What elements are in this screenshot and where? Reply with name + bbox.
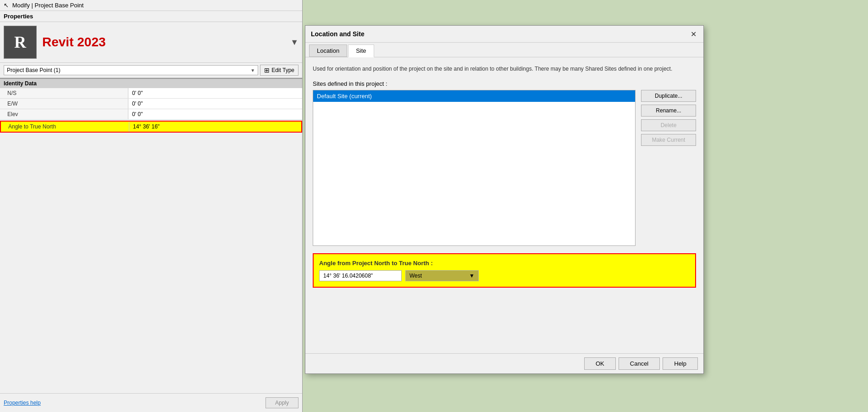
properties-panel: ↖ Modify | Project Base Point Properties… — [0, 0, 303, 412]
angle-value-input[interactable] — [319, 270, 402, 281]
direction-select-caret: ▼ — [469, 273, 475, 279]
prop-label-ew: E/W — [0, 99, 128, 109]
section-header-identity: Identity Data — [0, 79, 302, 88]
angle-section: Angle from Project North to True North :… — [313, 253, 696, 288]
revit-title: Revit 2023 — [42, 35, 106, 50]
title-bar: ↖ Modify | Project Base Point — [0, 0, 302, 11]
direction-select[interactable]: West ▼ — [405, 270, 479, 281]
dialog-content: Used for orientation and position of the… — [305, 57, 703, 295]
revit-logo: R — [4, 26, 37, 59]
prop-label-ns: N/S — [0, 88, 128, 98]
prop-value-elev[interactable]: 0' 0" — [128, 109, 302, 119]
dialog-titlebar: Location and Site ✕ — [305, 26, 703, 43]
ok-button[interactable]: OK — [584, 357, 616, 370]
dialog-tabs: Location Site — [305, 43, 703, 57]
logo-dropdown-arrow[interactable]: ▼ — [290, 38, 299, 47]
angle-section-label: Angle from Project North to True North : — [319, 260, 690, 267]
dialog-title: Location and Site — [311, 30, 365, 38]
instance-dropdown-caret: ▼ — [250, 68, 255, 73]
edit-type-button[interactable]: ⊞ Edit Type — [260, 65, 299, 76]
prop-row-ns: N/S 0' 0" — [0, 88, 302, 99]
angle-inputs: West ▼ — [319, 270, 690, 281]
revit-logo-area: R Revit 2023 ▼ — [0, 22, 302, 63]
cancel-button[interactable]: Cancel — [619, 357, 660, 370]
sites-label: Sites defined in this project : — [313, 80, 696, 87]
location-site-dialog: Location and Site ✕ Location Site Used f… — [305, 25, 704, 374]
instance-dropdown[interactable]: Project Base Point (1) ▼ — [4, 65, 258, 75]
tab-location[interactable]: Location — [309, 45, 347, 57]
make-current-button[interactable]: Make Current — [641, 134, 696, 146]
duplicate-button[interactable]: Duplicate... — [641, 90, 696, 102]
edit-type-icon: ⊞ — [264, 67, 270, 74]
prop-row-ew: E/W 0' 0" — [0, 99, 302, 109]
revit-logo-letter: R — [14, 33, 26, 52]
help-button[interactable]: Help — [663, 357, 698, 370]
properties-help-link[interactable]: Properties help — [4, 400, 41, 406]
apply-button[interactable]: Apply — [265, 397, 299, 408]
prop-value-ns[interactable]: 0' 0" — [128, 88, 302, 98]
prop-label-elev: Elev — [0, 109, 128, 119]
window-title: Modify | Project Base Point — [12, 2, 84, 9]
tab-site[interactable]: Site — [348, 45, 374, 57]
dialog-footer: OK Cancel Help — [305, 353, 703, 373]
dialog-description: Used for orientation and position of the… — [313, 65, 696, 73]
sites-buttons: Duplicate... Rename... Delete Make Curre… — [641, 90, 696, 246]
sites-area: Default Site (current) Duplicate... Rena… — [313, 90, 696, 246]
prop-value-ew[interactable]: 0' 0" — [128, 99, 302, 109]
prop-value-angle[interactable]: 14° 36' 16" — [129, 122, 301, 132]
delete-button[interactable]: Delete — [641, 119, 696, 131]
prop-row-angle: Angle to True North 14° 36' 16" — [0, 121, 302, 133]
prop-label-angle: Angle to True North — [1, 122, 129, 132]
cursor-indicator: ↖ — [4, 2, 9, 9]
properties-header: Properties — [0, 11, 302, 22]
properties-footer: Properties help Apply — [0, 393, 302, 412]
rename-button[interactable]: Rename... — [641, 105, 696, 117]
dialog-close-button[interactable]: ✕ — [689, 29, 698, 39]
instance-selector: Project Base Point (1) ▼ ⊞ Edit Type — [0, 63, 302, 78]
sites-list[interactable]: Default Site (current) — [313, 90, 636, 246]
site-item-default[interactable]: Default Site (current) — [313, 90, 635, 102]
prop-row-elev: Elev 0' 0" — [0, 109, 302, 120]
